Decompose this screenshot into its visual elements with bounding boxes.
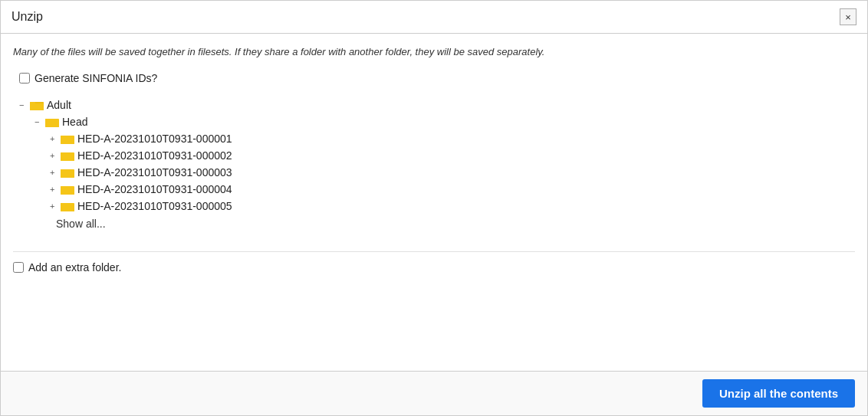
toggle-000005[interactable]: + (50, 201, 58, 211)
extra-folder-label[interactable]: Add an extra folder. (28, 261, 121, 274)
tree-item-000004[interactable]: + HED-A-20231010T0931-000004 (19, 181, 855, 198)
tree-item-000005[interactable]: + HED-A-20231010T0931-000005 (19, 198, 855, 215)
toggle-000004[interactable]: + (50, 185, 58, 194)
sinfonia-checkbox[interactable] (19, 73, 30, 84)
folder-icon-000003 (61, 167, 74, 178)
svg-rect-12 (61, 152, 66, 155)
sinfonia-checkbox-row: Generate SINFONIA IDs? (13, 72, 855, 84)
close-button[interactable]: × (840, 8, 856, 25)
tree-item-000001[interactable]: + HED-A-20231010T0931-000001 (19, 130, 855, 147)
svg-rect-17 (61, 188, 74, 195)
svg-rect-6 (45, 119, 51, 121)
folder-icon-adult (30, 100, 44, 110)
tree-item-000003[interactable]: + HED-A-20231010T0931-000003 (19, 164, 855, 181)
toggle-000002[interactable]: + (50, 151, 58, 160)
extra-folder-checkbox[interactable] (13, 262, 24, 273)
label-000001: HED-A-20231010T0931-000001 (77, 133, 232, 145)
tree-item-adult[interactable]: − Adult (19, 97, 855, 113)
tree-item-head[interactable]: − Head (19, 113, 855, 130)
svg-rect-3 (30, 102, 35, 104)
toggle-000001[interactable]: + (50, 134, 58, 143)
label-000004: HED-A-20231010T0931-000004 (77, 183, 232, 195)
svg-rect-5 (45, 120, 59, 127)
show-all-link[interactable]: Show all... (19, 215, 855, 236)
sinfonia-label[interactable]: Generate SINFONIA IDs? (35, 72, 157, 84)
description-text: Many of the files will be saved together… (13, 44, 855, 60)
label-000003: HED-A-20231010T0931-000003 (77, 166, 232, 179)
tree-item-000002[interactable]: + HED-A-20231010T0931-000002 (19, 147, 855, 164)
folder-icon-head (45, 116, 59, 127)
svg-rect-9 (61, 136, 66, 138)
dialog-body: Many of the files will be saved together… (1, 34, 867, 371)
toggle-adult[interactable]: − (19, 100, 27, 110)
toggle-head[interactable]: − (35, 117, 42, 126)
file-tree: − Adult − (13, 97, 855, 236)
folder-icon-000002 (61, 150, 74, 161)
folder-icon-000005 (61, 201, 74, 211)
extra-folder-row: Add an extra folder. (13, 251, 855, 274)
label-000005: HED-A-20231010T0931-000005 (77, 200, 232, 212)
svg-rect-11 (61, 154, 74, 161)
head-label: Head (62, 116, 87, 128)
svg-rect-20 (61, 205, 74, 211)
dialog-title: Unzip (12, 10, 43, 24)
svg-rect-14 (61, 171, 74, 178)
svg-rect-18 (61, 186, 66, 188)
svg-rect-8 (61, 137, 74, 144)
dialog-footer: Unzip all the contents (1, 371, 867, 415)
label-000002: HED-A-20231010T0931-000002 (77, 149, 232, 162)
svg-rect-21 (61, 203, 66, 205)
folder-icon-000001 (61, 133, 74, 144)
dialog-header: Unzip × (1, 1, 867, 34)
toggle-000003[interactable]: + (50, 168, 58, 177)
svg-rect-15 (61, 169, 66, 172)
svg-rect-2 (30, 103, 44, 110)
adult-label: Adult (47, 99, 71, 111)
folder-icon-000004 (61, 184, 74, 195)
unzip-all-button[interactable]: Unzip all the contents (702, 379, 855, 408)
unzip-dialog: Unzip × Many of the files will be saved … (0, 0, 868, 416)
